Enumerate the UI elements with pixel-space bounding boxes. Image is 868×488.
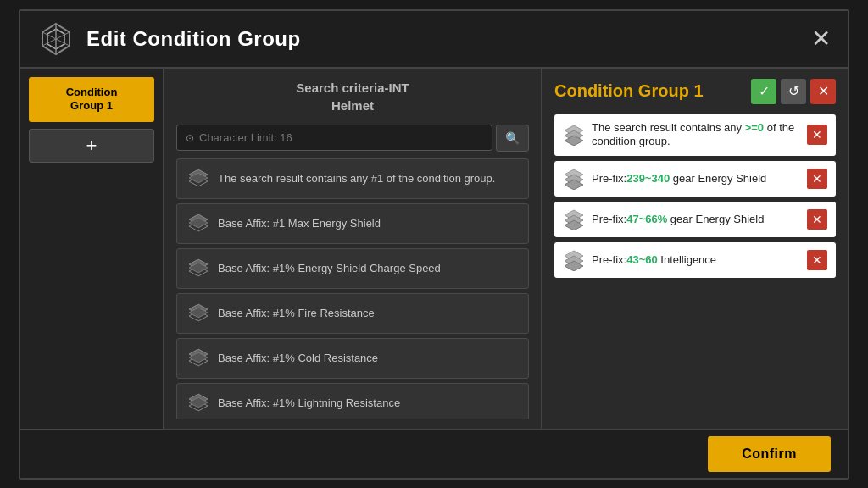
- search-result-text: Base Affix: #1% Energy Shield Charge Spe…: [218, 262, 441, 274]
- right-panel-title: Condition Group 1: [554, 81, 704, 101]
- confirm-button[interactable]: Confirm: [708, 436, 831, 472]
- condition-item: Pre-fix:43~60 Intelligence✕: [554, 242, 836, 278]
- search-result-text: Base Affix: #1% Fire Resistance: [218, 307, 375, 319]
- search-result-item[interactable]: The search result contains any #1 of the…: [176, 158, 529, 199]
- search-bar: ⊙ Character Limit: 16 🔍: [176, 125, 529, 152]
- reset-group-button[interactable]: ↺: [781, 79, 806, 104]
- condition-group-tab[interactable]: ConditionGroup 1: [29, 77, 154, 123]
- logo-icon: [37, 20, 75, 58]
- condition-delete-button[interactable]: ✕: [807, 209, 827, 230]
- condition-item: Pre-fix:239~340 gear Energy Shield✕: [554, 161, 836, 197]
- layers-icon: [187, 258, 209, 280]
- right-panel: Condition Group 1 ✓ ↺ ✕ The search resul…: [542, 69, 848, 429]
- condition-highlight: >=0: [745, 121, 764, 134]
- condition-item-content: Pre-fix:43~60 Intelligence: [563, 249, 800, 271]
- search-result-text: Base Affix: #1% Cold Resistance: [218, 352, 378, 364]
- condition-list: The search result contains any >=0 of th…: [554, 114, 836, 419]
- search-result-item[interactable]: Base Affix: #1% Fire Resistance: [176, 293, 529, 334]
- search-result-item[interactable]: Base Affix: #1% Energy Shield Charge Spe…: [176, 248, 529, 289]
- modal-footer: Confirm: [20, 429, 848, 478]
- modal-header: Edit Condition Group ✕: [20, 11, 848, 69]
- condition-item-content: Pre-fix:239~340 gear Energy Shield: [563, 168, 800, 190]
- search-input-wrapper[interactable]: ⊙ Character Limit: 16: [176, 125, 492, 151]
- search-result-text: The search result contains any #1 of the…: [218, 172, 495, 185]
- condition-icon: [563, 208, 585, 230]
- search-result-item[interactable]: Base Affix: #1 Max Energy Shield: [176, 203, 529, 244]
- condition-delete-button[interactable]: ✕: [807, 169, 827, 189]
- search-button[interactable]: 🔍: [496, 125, 529, 152]
- modal-title: Edit Condition Group: [86, 27, 301, 51]
- condition-icon: [563, 168, 585, 190]
- search-input-icon: ⊙: [186, 132, 194, 144]
- search-result-text: Base Affix: #1 Max Energy Shield: [218, 217, 381, 230]
- modal-close-button[interactable]: ✕: [811, 27, 831, 51]
- condition-icon: [563, 124, 585, 146]
- search-panel: Search criteria-INT Helmet ⊙ Character L…: [164, 69, 542, 429]
- condition-item-content: Pre-fix:47~66% gear Energy Shield: [563, 208, 800, 230]
- close-group-button[interactable]: ✕: [810, 79, 836, 104]
- condition-highlight: 239~340: [626, 172, 670, 185]
- condition-item-text: Pre-fix:239~340 gear Energy Shield: [592, 172, 766, 186]
- search-result-item[interactable]: Base Affix: #1% Cold Resistance: [176, 338, 529, 379]
- sidebar: ConditionGroup 1 +: [20, 69, 164, 429]
- layers-icon: [187, 302, 209, 324]
- condition-icon: [563, 249, 585, 271]
- confirm-group-button[interactable]: ✓: [751, 79, 776, 104]
- condition-item-content: The search result contains any >=0 of th…: [563, 121, 800, 150]
- add-condition-group-button[interactable]: +: [29, 129, 154, 163]
- search-result-text: Base Affix: #1% Lightning Resistance: [218, 396, 400, 409]
- modal-container: Edit Condition Group ✕ ConditionGroup 1 …: [19, 9, 849, 480]
- condition-highlight: 43~60: [626, 253, 658, 266]
- layers-icon: [187, 347, 209, 369]
- search-result-item[interactable]: Base Affix: #1% Lightning Resistance: [176, 383, 529, 419]
- condition-item: The search result contains any >=0 of th…: [554, 114, 836, 157]
- layers-icon: [187, 392, 209, 414]
- condition-highlight: 47~66%: [626, 213, 667, 225]
- layers-icon: [187, 213, 209, 235]
- condition-item: Pre-fix:47~66% gear Energy Shield✕: [554, 202, 836, 237]
- condition-item-text: Pre-fix:47~66% gear Energy Shield: [592, 213, 764, 227]
- search-placeholder: Character Limit: 16: [199, 131, 292, 144]
- right-panel-actions: ✓ ↺ ✕: [751, 79, 836, 104]
- search-result-list: The search result contains any #1 of the…: [176, 158, 529, 419]
- condition-item-text: Pre-fix:43~60 Intelligence: [592, 253, 716, 268]
- layers-icon: [187, 168, 209, 190]
- condition-delete-button[interactable]: ✕: [807, 125, 827, 145]
- right-panel-header: Condition Group 1 ✓ ↺ ✕: [554, 79, 836, 104]
- search-panel-title: Search criteria-INT Helmet: [176, 79, 529, 114]
- modal-body: ConditionGroup 1 + Search criteria-INT H…: [20, 69, 848, 429]
- header-left: Edit Condition Group: [37, 20, 301, 58]
- condition-item-text: The search result contains any >=0 of th…: [592, 121, 800, 150]
- condition-delete-button[interactable]: ✕: [807, 250, 827, 270]
